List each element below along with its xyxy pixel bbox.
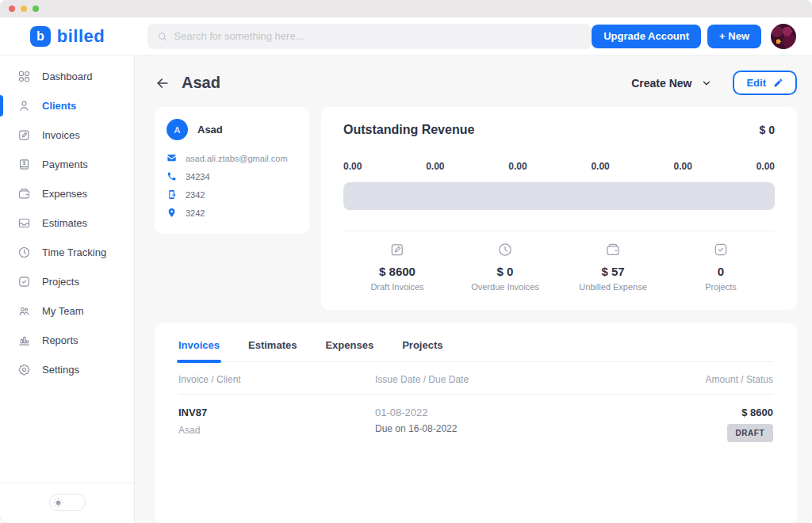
sidebar-item-label: Dashboard (42, 71, 93, 82)
stats-divider (343, 231, 775, 231)
email-icon (167, 153, 177, 163)
stat-value: $ 8600 (379, 265, 416, 278)
column-header-invoice-client: Invoice / Client (178, 374, 375, 385)
sidebar-item-time-tracking[interactable]: Time Tracking (0, 238, 134, 267)
revenue-bar-track (343, 182, 775, 210)
stat-value: 0 (718, 265, 724, 278)
sidebar-item-label: Settings (42, 364, 79, 376)
sun-icon (52, 497, 64, 509)
window-titlebar (0, 0, 812, 17)
sidebar-item-estimates[interactable]: Estimates (0, 208, 134, 238)
edit-button[interactable]: Edit (733, 71, 797, 95)
invoices-icon (17, 128, 31, 142)
stats-row: $ 8600 Draft Invoices $ 0 Overdue Invoic… (343, 242, 775, 292)
theme-toggle[interactable] (49, 494, 86, 511)
create-new-dropdown[interactable]: Create New (631, 77, 712, 90)
topbar-actions: Upgrade Account + New (592, 24, 812, 49)
tick-value: 0.00 (591, 161, 609, 172)
minimize-window-button[interactable] (21, 6, 27, 12)
sidebar-item-label: Clients (42, 100, 76, 112)
tick-value: 0.00 (674, 161, 692, 172)
invoice-number: INV87 (178, 407, 375, 418)
time-tracking-icon (17, 246, 31, 259)
app-logo[interactable]: b billed (0, 26, 135, 47)
revenue-total: $ 0 (760, 124, 775, 136)
tick-value: 0.00 (343, 161, 362, 172)
tab-projects[interactable]: Projects (402, 339, 442, 361)
app-window: b billed Upgrade Account + New Dashboard… (0, 0, 812, 523)
page-title: Asad (182, 74, 220, 92)
client-mobile: 2342 (186, 190, 205, 200)
tab-estimates[interactable]: Estimates (248, 339, 297, 361)
column-header-amount-status: Amount / Status (638, 374, 773, 385)
dates-cell: 01-08-2022 Due on 16-08-2022 (375, 407, 638, 442)
clients-icon (17, 99, 31, 113)
sidebar-item-label: Payments (42, 158, 88, 170)
back-arrow-button[interactable] (155, 74, 172, 92)
client-phone-row: 34234 (167, 171, 297, 181)
sidebar: Dashboard Clients Invoices $ Payments Ex… (0, 55, 135, 523)
sidebar-item-expenses[interactable]: Expenses (0, 179, 134, 208)
draft-invoice-icon (389, 242, 405, 261)
status-badge: DRAFT (727, 424, 773, 442)
amount-status-cell: $ 8600 DRAFT (638, 407, 773, 442)
page-header: Asad Create New Edit (155, 71, 797, 95)
revenue-header: Outstanding Revenue $ 0 (343, 123, 775, 137)
client-address: 3242 (186, 208, 205, 218)
stat-overdue-invoices: $ 0 Overdue Invoices (451, 242, 559, 292)
clock-icon (497, 242, 513, 261)
client-name: Asad (197, 124, 223, 136)
search-bar[interactable] (147, 24, 592, 49)
revenue-title: Outstanding Revenue (343, 123, 474, 137)
sidebar-item-label: My Team (42, 305, 84, 317)
sidebar-item-payments[interactable]: $ Payments (0, 150, 134, 179)
wallet-icon (605, 242, 621, 261)
sidebar-item-reports[interactable]: Reports (0, 326, 134, 355)
search-input[interactable] (174, 30, 582, 42)
table-row[interactable]: INV87 Asad 01-08-2022 Due on 16-08-2022 … (178, 395, 773, 454)
phone-icon (167, 171, 177, 181)
sidebar-item-label: Time Tracking (42, 246, 106, 258)
sidebar-item-label: Estimates (42, 217, 87, 229)
edit-button-label: Edit (746, 77, 766, 89)
new-button[interactable]: + New (707, 25, 761, 48)
sidebar-item-clients[interactable]: Clients (0, 91, 134, 120)
client-avatar: A (167, 119, 188, 140)
upgrade-account-button[interactable]: Upgrade Account (592, 25, 701, 48)
column-header-issue-due-date: Issue Date / Due Date (375, 374, 638, 385)
tick-value: 0.00 (508, 161, 527, 172)
close-window-button[interactable] (9, 6, 15, 12)
client-card: A Asad asad.ali.ztabs@gmail.com 34234 23… (155, 107, 309, 234)
dashboard-icon (17, 70, 31, 83)
expenses-icon (17, 187, 31, 200)
back-arrow-icon (155, 75, 170, 91)
reports-icon (17, 334, 31, 347)
client-email-row: asad.ali.ztabs@gmail.com (167, 153, 297, 163)
revenue-tick-labels: 0.00 0.00 0.00 0.00 0.00 0.00 (343, 161, 775, 172)
sidebar-item-dashboard[interactable]: Dashboard (0, 62, 134, 91)
sidebar-item-label: Expenses (42, 188, 87, 200)
client-email: asad.ali.ztabs@gmail.com (186, 154, 288, 163)
user-avatar[interactable] (771, 24, 796, 49)
page-actions: Create New Edit (631, 71, 797, 95)
sidebar-item-settings[interactable]: Settings (0, 355, 134, 384)
sidebar-item-invoices[interactable]: Invoices (0, 120, 134, 150)
tabs: Invoices Estimates Expenses Projects (178, 339, 773, 362)
content-area: Asad Create New Edit A (135, 55, 812, 523)
tick-value: 0.00 (426, 161, 444, 172)
sidebar-item-projects[interactable]: Projects (0, 267, 134, 296)
tab-expenses[interactable]: Expenses (325, 339, 373, 361)
stat-draft-invoices: $ 8600 Draft Invoices (343, 242, 451, 292)
maximize-window-button[interactable] (33, 6, 39, 12)
client-card-header: A Asad (167, 119, 297, 140)
tab-invoices[interactable]: Invoices (178, 339, 220, 361)
sidebar-item-my-team[interactable]: My Team (0, 296, 134, 326)
chevron-down-icon (701, 78, 712, 89)
location-pin-icon (167, 208, 177, 218)
client-mobile-row: 2342 (167, 189, 297, 200)
settings-icon (17, 363, 31, 376)
stat-projects: 0 Projects (667, 242, 775, 292)
topbar: b billed Upgrade Account + New (0, 17, 812, 55)
issue-date: 01-08-2022 (375, 407, 638, 418)
stat-value: $ 0 (497, 265, 514, 278)
